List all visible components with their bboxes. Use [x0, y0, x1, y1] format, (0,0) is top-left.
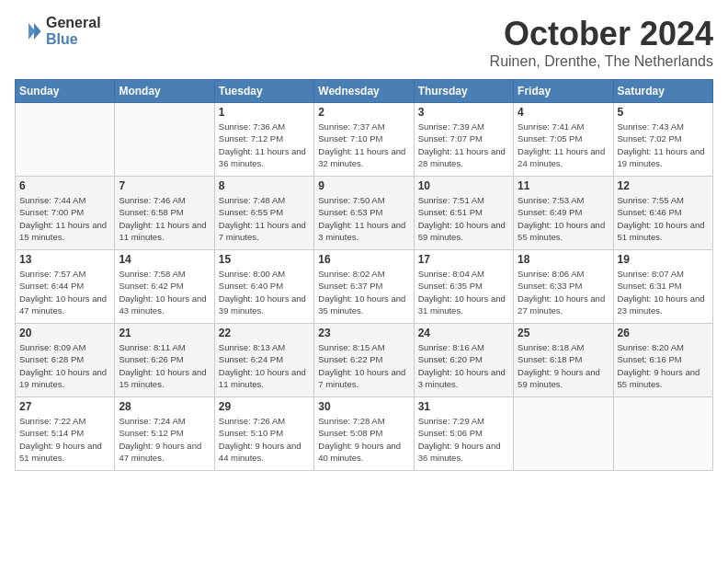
logo-text: General Blue — [46, 15, 101, 47]
day-info: Sunrise: 7:37 AM Sunset: 7:10 PM Dayligh… — [318, 121, 409, 169]
title-block: October 2024 Ruinen, Drenthe, The Nether… — [490, 15, 713, 70]
calendar-cell: 7Sunrise: 7:46 AM Sunset: 6:58 PM Daylig… — [115, 177, 214, 250]
day-number: 7 — [119, 179, 210, 192]
day-number: 8 — [219, 179, 310, 192]
day-info: Sunrise: 7:46 AM Sunset: 6:58 PM Dayligh… — [119, 194, 210, 243]
day-number: 16 — [318, 253, 409, 266]
weekday-header: Thursday — [414, 80, 513, 103]
day-info: Sunrise: 8:11 AM Sunset: 6:26 PM Dayligh… — [119, 341, 210, 390]
day-info: Sunrise: 8:13 AM Sunset: 6:24 PM Dayligh… — [219, 341, 310, 390]
day-info: Sunrise: 7:28 AM Sunset: 5:08 PM Dayligh… — [318, 415, 409, 464]
calendar-cell: 22Sunrise: 8:13 AM Sunset: 6:24 PM Dayli… — [214, 324, 313, 397]
calendar-cell: 29Sunrise: 7:26 AM Sunset: 5:10 PM Dayli… — [214, 397, 313, 471]
day-number: 17 — [418, 253, 509, 266]
day-info: Sunrise: 7:26 AM Sunset: 5:10 PM Dayligh… — [219, 415, 310, 464]
day-info: Sunrise: 8:02 AM Sunset: 6:37 PM Dayligh… — [318, 268, 409, 316]
calendar-cell: 9Sunrise: 7:50 AM Sunset: 6:53 PM Daylig… — [314, 177, 414, 250]
calendar-week-row: 27Sunrise: 7:22 AM Sunset: 5:14 PM Dayli… — [16, 397, 713, 471]
day-info: Sunrise: 7:22 AM Sunset: 5:14 PM Dayligh… — [19, 415, 110, 464]
logo-blue-label: Blue — [46, 31, 101, 48]
day-number: 31 — [418, 400, 509, 413]
day-number: 27 — [19, 400, 110, 413]
calendar-cell: 1Sunrise: 7:36 AM Sunset: 7:12 PM Daylig… — [214, 103, 313, 177]
day-info: Sunrise: 7:55 AM Sunset: 6:46 PM Dayligh… — [618, 194, 709, 243]
calendar-week-row: 20Sunrise: 8:09 AM Sunset: 6:28 PM Dayli… — [16, 324, 713, 397]
calendar-cell: 18Sunrise: 8:06 AM Sunset: 6:33 PM Dayli… — [514, 250, 613, 324]
day-number: 20 — [19, 327, 110, 339]
day-number: 28 — [119, 400, 210, 413]
day-number: 1 — [219, 106, 310, 119]
calendar-cell — [514, 397, 613, 471]
day-number: 18 — [518, 253, 609, 266]
logo-icon — [15, 17, 42, 45]
calendar-cell: 23Sunrise: 8:15 AM Sunset: 6:22 PM Dayli… — [314, 324, 414, 397]
calendar-cell: 12Sunrise: 7:55 AM Sunset: 6:46 PM Dayli… — [613, 177, 712, 250]
day-info: Sunrise: 7:41 AM Sunset: 7:05 PM Dayligh… — [518, 121, 609, 169]
day-info: Sunrise: 8:04 AM Sunset: 6:35 PM Dayligh… — [418, 268, 509, 316]
calendar-cell: 6Sunrise: 7:44 AM Sunset: 7:00 PM Daylig… — [16, 177, 115, 250]
day-number: 30 — [318, 400, 409, 413]
calendar-cell: 21Sunrise: 8:11 AM Sunset: 6:26 PM Dayli… — [115, 324, 214, 397]
calendar-cell: 8Sunrise: 7:48 AM Sunset: 6:55 PM Daylig… — [214, 177, 313, 250]
day-info: Sunrise: 8:09 AM Sunset: 6:28 PM Dayligh… — [19, 341, 110, 390]
day-number: 3 — [418, 106, 509, 119]
calendar-cell: 16Sunrise: 8:02 AM Sunset: 6:37 PM Dayli… — [314, 250, 414, 324]
day-info: Sunrise: 7:36 AM Sunset: 7:12 PM Dayligh… — [219, 121, 310, 169]
day-number: 9 — [318, 179, 409, 192]
calendar-cell: 24Sunrise: 8:16 AM Sunset: 6:20 PM Dayli… — [414, 324, 513, 397]
day-info: Sunrise: 7:50 AM Sunset: 6:53 PM Dayligh… — [318, 194, 409, 243]
weekday-header: Tuesday — [214, 80, 313, 103]
weekday-header: Sunday — [16, 80, 115, 103]
calendar-cell: 17Sunrise: 8:04 AM Sunset: 6:35 PM Dayli… — [414, 250, 513, 324]
logo: General Blue — [15, 15, 101, 47]
calendar-cell: 2Sunrise: 7:37 AM Sunset: 7:10 PM Daylig… — [314, 103, 414, 177]
day-number: 13 — [19, 253, 110, 266]
day-number: 19 — [618, 253, 709, 266]
day-number: 26 — [618, 327, 709, 339]
day-info: Sunrise: 8:18 AM Sunset: 6:18 PM Dayligh… — [518, 341, 609, 390]
day-info: Sunrise: 7:24 AM Sunset: 5:12 PM Dayligh… — [119, 415, 210, 464]
day-number: 25 — [518, 327, 609, 339]
day-info: Sunrise: 7:48 AM Sunset: 6:55 PM Dayligh… — [219, 194, 310, 243]
day-number: 14 — [119, 253, 210, 266]
day-info: Sunrise: 7:58 AM Sunset: 6:42 PM Dayligh… — [119, 268, 210, 316]
page-header: General Blue October 2024 Ruinen, Drenth… — [15, 15, 713, 70]
day-info: Sunrise: 8:00 AM Sunset: 6:40 PM Dayligh… — [219, 268, 310, 316]
calendar-subtitle: Ruinen, Drenthe, The Netherlands — [490, 53, 713, 70]
calendar-cell: 14Sunrise: 7:58 AM Sunset: 6:42 PM Dayli… — [115, 250, 214, 324]
day-info: Sunrise: 7:44 AM Sunset: 7:00 PM Dayligh… — [19, 194, 110, 243]
calendar-title: October 2024 — [490, 15, 713, 53]
day-number: 15 — [219, 253, 310, 266]
calendar-week-row: 6Sunrise: 7:44 AM Sunset: 7:00 PM Daylig… — [16, 177, 713, 250]
day-number: 12 — [618, 179, 709, 192]
day-number: 2 — [318, 106, 409, 119]
day-info: Sunrise: 8:20 AM Sunset: 6:16 PM Dayligh… — [618, 341, 709, 390]
calendar-cell: 4Sunrise: 7:41 AM Sunset: 7:05 PM Daylig… — [514, 103, 613, 177]
logo-general-label: General — [46, 15, 101, 31]
calendar-week-row: 13Sunrise: 7:57 AM Sunset: 6:44 PM Dayli… — [16, 250, 713, 324]
day-number: 21 — [119, 327, 210, 339]
calendar-cell: 30Sunrise: 7:28 AM Sunset: 5:08 PM Dayli… — [314, 397, 414, 471]
day-number: 24 — [418, 327, 509, 339]
day-info: Sunrise: 8:07 AM Sunset: 6:31 PM Dayligh… — [618, 268, 709, 316]
day-number: 23 — [318, 327, 409, 339]
calendar-cell: 11Sunrise: 7:53 AM Sunset: 6:49 PM Dayli… — [514, 177, 613, 250]
day-number: 10 — [418, 179, 509, 192]
calendar-cell: 27Sunrise: 7:22 AM Sunset: 5:14 PM Dayli… — [16, 397, 115, 471]
calendar-cell: 19Sunrise: 8:07 AM Sunset: 6:31 PM Dayli… — [613, 250, 712, 324]
calendar-cell: 25Sunrise: 8:18 AM Sunset: 6:18 PM Dayli… — [514, 324, 613, 397]
day-info: Sunrise: 7:43 AM Sunset: 7:02 PM Dayligh… — [618, 121, 709, 169]
weekday-header: Monday — [115, 80, 214, 103]
calendar-cell: 15Sunrise: 8:00 AM Sunset: 6:40 PM Dayli… — [214, 250, 313, 324]
calendar-cell: 31Sunrise: 7:29 AM Sunset: 5:06 PM Dayli… — [414, 397, 513, 471]
day-number: 11 — [518, 179, 609, 192]
calendar-cell — [16, 103, 115, 177]
day-info: Sunrise: 7:51 AM Sunset: 6:51 PM Dayligh… — [418, 194, 509, 243]
day-number: 29 — [219, 400, 310, 413]
day-info: Sunrise: 7:53 AM Sunset: 6:49 PM Dayligh… — [518, 194, 609, 243]
calendar-cell: 20Sunrise: 8:09 AM Sunset: 6:28 PM Dayli… — [16, 324, 115, 397]
day-info: Sunrise: 8:15 AM Sunset: 6:22 PM Dayligh… — [318, 341, 409, 390]
day-number: 4 — [518, 106, 609, 119]
day-info: Sunrise: 7:29 AM Sunset: 5:06 PM Dayligh… — [418, 415, 509, 464]
weekday-header: Saturday — [613, 80, 712, 103]
